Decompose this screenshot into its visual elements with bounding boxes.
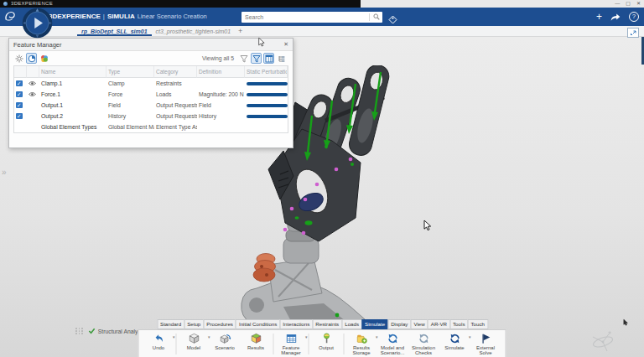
tag-icon[interactable] [388,13,397,28]
search-input[interactable] [242,14,369,20]
row-visibility-cell[interactable] [27,122,39,132]
ribbon-tab-tools[interactable]: Tools [449,319,468,329]
checkbox-checked-icon[interactable]: ✓ [16,91,23,98]
help-icon[interactable]: ? [629,12,639,22]
search-box[interactable] [242,12,382,23]
maximize-button[interactable]: ▢ [626,0,631,8]
feature-manager-titlebar[interactable]: Feature Manager ✕ [9,39,293,51]
ribbon-tab-procedures[interactable]: Procedures [203,319,236,329]
cell-category[interactable]: Element Type Assign... [154,122,197,132]
document-tab-rp-biodept-sll-sim01[interactable]: rp_BioDept_SLL_sim01 [77,28,152,36]
checkbox-checked-icon[interactable]: ✓ [16,102,23,109]
row-visibility-cell[interactable] [27,111,39,122]
cell-category[interactable]: Output Requests [154,100,197,111]
row-visibility-cell[interactable] [27,78,39,89]
cell-type[interactable]: Field [106,100,154,111]
row-checkbox-cell[interactable]: ✓ [14,78,27,89]
cell-definition[interactable]: Field [197,100,245,111]
panel-collapse-chevron[interactable]: » [2,168,7,177]
cell-definition[interactable]: History [197,111,245,122]
categories-icon[interactable] [39,53,49,64]
close-icon[interactable]: ✕ [283,41,288,48]
toolbar-button-simulation-checks[interactable]: Simulation Checks [408,332,439,356]
add-icon[interactable]: + [596,12,602,22]
toolbar-button-model[interactable]: Model▾ [179,332,210,356]
ribbon-tab-ar-vr[interactable]: AR-VR [428,319,450,329]
toolbar-button-simulate[interactable]: Simulate▾ [439,332,470,356]
ribbon-tab-touch[interactable]: Touch [467,319,488,329]
toolbar-button-results[interactable]: Results [241,332,272,356]
toolbar-button-external-solve[interactable]: External Solve [470,332,501,356]
search-icon[interactable] [369,13,382,21]
column-header[interactable] [27,66,39,78]
pie-view-icon[interactable] [26,53,37,64]
column-header-static-perturbation-st[interactable]: Static Perturbation St... [245,66,288,78]
ribbon-tab-standard[interactable]: Standard [157,319,184,329]
cell-type[interactable]: Clamp [106,78,154,89]
gear-icon[interactable] [13,53,24,64]
ribbon-tab-setup[interactable]: Setup [184,319,204,329]
cell-category[interactable]: Loads [154,89,197,100]
row-visibility-cell[interactable] [27,100,39,111]
tree-view-icon[interactable] [276,53,287,64]
toolbar-button-scenario[interactable]: Scenario [210,332,241,356]
cell-type[interactable]: Force [106,89,154,100]
column-header-definition[interactable]: Definition [197,66,245,78]
ribbon-tab-loads[interactable]: Loads [341,319,362,329]
filter-icon[interactable] [238,53,249,64]
column-header-category[interactable]: Category [154,66,197,78]
cell-name[interactable]: Output.1 [39,100,106,111]
visibility-eye-icon[interactable] [29,91,36,98]
cell-name[interactable]: Force.1 [39,89,106,100]
cell-static-perturbation[interactable] [245,100,288,111]
ribbon-tab-simulate[interactable]: Simulate [361,319,388,329]
cell-name[interactable]: Clamp.1 [39,78,106,89]
document-tab-ct3-prosthetic-tighten-sim01[interactable]: ct3_prosthetic_tighten-sim01 [152,28,236,36]
columns-icon[interactable] [263,53,274,64]
cell-category[interactable]: Restraints [154,78,197,89]
ribbon-tab-view[interactable]: View [410,319,428,329]
cell-type[interactable]: History [106,111,154,122]
column-header-type[interactable]: Type [106,66,154,78]
cell-name[interactable]: Global Element Types [39,122,106,132]
filter-active-icon[interactable] [251,53,262,64]
row-visibility-cell[interactable] [27,89,39,100]
cell-static-perturbation[interactable] [245,111,288,122]
share-icon[interactable] [610,9,621,24]
row-checkbox-cell[interactable]: ✓ [14,89,27,100]
cell-definition[interactable]: Magnitude: 200 N [197,89,245,100]
row-checkbox-cell[interactable] [14,122,27,132]
minimize-button[interactable]: — [615,0,620,8]
toolbar-button-results-storage[interactable]: Results Storage▾ [346,332,377,356]
cell-name[interactable]: Output.2 [39,111,106,122]
cell-static-perturbation[interactable] [245,89,288,100]
row-checkbox-cell[interactable]: ✓ [14,100,27,111]
ribbon-tab-interactions[interactable]: Interactions [279,319,313,329]
status-bar [247,115,288,118]
row-checkbox-cell[interactable]: ✓ [14,111,27,122]
checkbox-checked-icon[interactable]: ✓ [16,113,23,120]
column-header[interactable] [14,66,27,78]
compass-icon[interactable] [22,8,53,39]
ribbon-tab-display[interactable]: Display [387,319,411,329]
cell-type[interactable]: Global Element Map [106,122,154,132]
cell-definition[interactable] [197,122,245,132]
ribbon-tab-restraints[interactable]: Restraints [312,319,342,329]
toolbar-button-model-and-scenario[interactable]: Model and Scenario... [377,332,408,356]
close-button[interactable]: ✕ [636,0,641,8]
cell-definition[interactable] [197,78,245,89]
expand-viewport-icon[interactable] [627,28,639,38]
toolbar-button-feature-manager[interactable]: Feature Manager▾ [276,332,307,356]
dropdown-caret-icon[interactable]: ▾ [305,335,308,340]
cell-category[interactable]: Output Requests [154,111,197,122]
cell-static-perturbation[interactable] [245,78,288,89]
toolbar-button-output[interactable]: Output [311,332,342,356]
dropdown-caret-icon[interactable]: ▾ [173,335,175,340]
cell-static-perturbation[interactable] [245,122,288,132]
ribbon-tab-initial-conditions[interactable]: Initial Conditions [236,319,280,329]
visibility-eye-icon[interactable] [29,80,36,87]
checkbox-checked-icon[interactable]: ✓ [16,80,23,87]
column-header-name[interactable]: Name [39,66,106,78]
new-tab-button[interactable]: + [235,27,246,36]
toolbar-button-undo[interactable]: Undo▾ [143,332,174,356]
